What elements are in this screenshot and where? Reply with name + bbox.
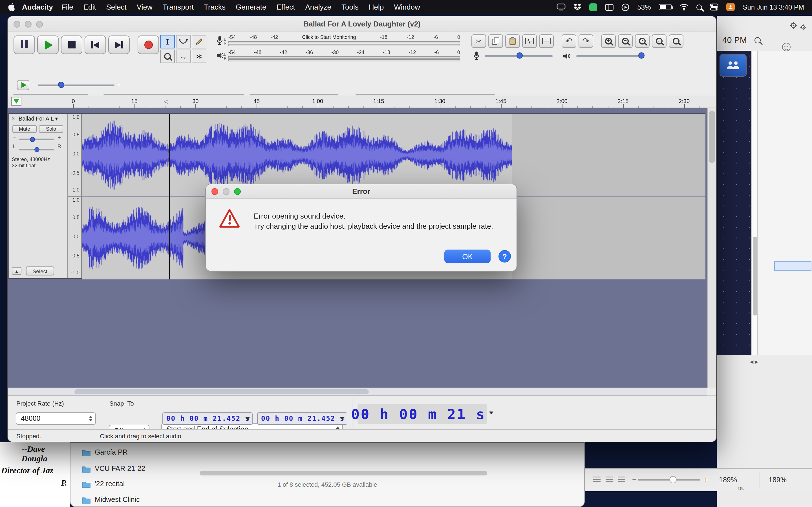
window-layout-icon[interactable]: [605, 4, 613, 10]
menubar-app-name[interactable]: Audacity: [22, 3, 53, 11]
scrollbar-thumb[interactable]: [753, 237, 757, 316]
ok-button[interactable]: OK: [444, 249, 491, 263]
track-close-button[interactable]: ×: [11, 115, 15, 122]
copy-button[interactable]: [488, 34, 503, 48]
menu-item-6[interactable]: Generate: [231, 3, 271, 11]
audio-position-display[interactable]: 00 h 00 m 21 s: [357, 404, 487, 424]
play-speed-knob[interactable]: [58, 82, 64, 88]
menu-item-10[interactable]: Help: [364, 3, 389, 11]
scrollbar[interactable]: [751, 51, 758, 355]
gain-knob[interactable]: [30, 136, 35, 142]
horizontal-scrollbar[interactable]: [8, 388, 707, 395]
gear-icon[interactable]: [790, 21, 797, 32]
playback-volume-slider[interactable]: [576, 55, 644, 57]
pause-button[interactable]: [13, 36, 35, 54]
zoom-slider[interactable]: [638, 480, 700, 481]
search-icon[interactable]: [755, 37, 761, 43]
finder-item-3[interactable]: Midwest Clinic: [82, 493, 140, 506]
selection-start-time[interactable]: 00 h 00 m 21.452 s: [162, 412, 253, 425]
recording-meter[interactable]: LR -54-48-42 Click to Start Monitoring -…: [216, 34, 460, 48]
list-view-icon[interactable]: [593, 476, 601, 483]
finder-scrollbar[interactable]: [200, 471, 487, 475]
zoom-out-minus[interactable]: −: [632, 475, 637, 484]
menu-item-2[interactable]: Select: [101, 3, 132, 11]
trim-audio-button[interactable]: [522, 34, 537, 48]
dropbox-icon[interactable]: [573, 3, 581, 11]
vertical-scrollbar-thumb[interactable]: [709, 111, 715, 163]
horizontal-scrollbar-thumb[interactable]: [74, 389, 369, 394]
slide-thumbnail[interactable]: [720, 55, 746, 76]
playback-volume-knob[interactable]: [638, 52, 645, 59]
title-bar[interactable]: Ballad For A Lovely Daughter (v2): [8, 16, 716, 32]
menu-item-3[interactable]: View: [132, 3, 158, 11]
zoom-button[interactable]: [36, 21, 43, 27]
account-icon[interactable]: [726, 3, 735, 11]
vertical-scrollbar[interactable]: [707, 108, 716, 388]
zoom-slider-knob[interactable]: [669, 476, 677, 483]
play-button[interactable]: [37, 36, 59, 54]
gear-icon[interactable]: [800, 22, 806, 33]
paste-button[interactable]: [505, 34, 520, 48]
scroll-arrows-icon[interactable]: ◀ ▶: [750, 359, 758, 364]
silence-audio-button[interactable]: [539, 34, 554, 48]
project-rate-select[interactable]: 48000: [16, 412, 96, 425]
dropdown-arrow-icon[interactable]: [340, 417, 345, 420]
timeline-ruler[interactable]: 01530451:001:151:301:452:002:152:30 ◁: [8, 95, 716, 108]
pan-knob[interactable]: [35, 147, 40, 152]
apple-icon[interactable]: [8, 3, 15, 11]
menu-item-0[interactable]: File: [56, 3, 79, 11]
recording-volume-knob[interactable]: [516, 52, 523, 59]
mute-button[interactable]: Mute: [12, 125, 37, 133]
vertical-scale-ruler[interactable]: 1.00.50.0-0.5-1.0 1.00.50.0-0.5-1.0: [68, 114, 82, 278]
zoom-selection-button[interactable]: ▪: [635, 34, 650, 48]
menu-item-11[interactable]: Window: [389, 3, 425, 11]
green-app-icon[interactable]: [589, 3, 597, 11]
envelope-tool[interactable]: [176, 35, 191, 48]
battery-icon[interactable]: [659, 4, 672, 10]
playback-meter[interactable]: LR -54-48-42-36-30-24-18-12-60: [216, 49, 460, 63]
gain-slider[interactable]: [19, 138, 54, 140]
menu-item-1[interactable]: Edit: [79, 3, 101, 11]
monitor-hint[interactable]: Click to Start Monitoring: [278, 34, 380, 40]
draw-tool[interactable]: [192, 35, 206, 48]
zoom-out-button[interactable]: −: [618, 34, 633, 48]
redo-button[interactable]: ↷: [578, 34, 593, 48]
menu-item-8[interactable]: Analyze: [300, 3, 337, 11]
undo-button[interactable]: ↶: [562, 34, 576, 48]
record-button[interactable]: [138, 36, 159, 54]
play-circle-icon[interactable]: [621, 3, 629, 11]
control-center-icon[interactable]: [710, 3, 719, 11]
menubar-clock[interactable]: Sun Jun 13 3:40 PM: [743, 3, 804, 11]
help-button[interactable]: ?: [499, 250, 511, 263]
menu-item-5[interactable]: Tracks: [199, 3, 231, 11]
pan-slider[interactable]: [19, 149, 54, 151]
menu-item-9[interactable]: Tools: [336, 3, 364, 11]
skip-to-start-button[interactable]: [85, 36, 106, 54]
gallery-view-icon[interactable]: [618, 476, 625, 483]
collapse-track-button[interactable]: ▲: [12, 267, 21, 275]
selection-tool[interactable]: I: [160, 35, 175, 48]
dialog-zoom-button[interactable]: [234, 188, 241, 195]
stop-button[interactable]: [61, 36, 82, 54]
track-name[interactable]: Ballad For A L ▾: [18, 115, 58, 122]
dropdown-arrow-icon[interactable]: [245, 417, 250, 420]
zoom-tool[interactable]: [160, 50, 175, 63]
selection-end-time[interactable]: 00 h 00 m 21.452 s: [257, 412, 347, 425]
zoom-in-button[interactable]: +: [601, 34, 616, 48]
close-button[interactable]: [13, 21, 20, 27]
skip-to-end-button[interactable]: [108, 36, 130, 54]
track-select-button[interactable]: Select: [26, 267, 54, 276]
minimize-button[interactable]: [25, 21, 32, 27]
time-shift-tool[interactable]: ↔: [176, 50, 191, 63]
play-at-speed-button[interactable]: [17, 80, 29, 90]
emoji-icon[interactable]: [782, 43, 791, 51]
menu-item-4[interactable]: Transport: [158, 3, 199, 11]
dialog-title-bar[interactable]: Error: [206, 184, 516, 199]
zoom-in-plus[interactable]: +: [704, 475, 708, 484]
finder-item-0[interactable]: García PR: [82, 446, 128, 459]
menu-item-7[interactable]: Effect: [271, 3, 300, 11]
zoom-toggle-button[interactable]: [669, 34, 683, 48]
pinned-play-head[interactable]: [11, 97, 21, 106]
solo-button[interactable]: Solo: [39, 125, 63, 133]
dialog-close-button[interactable]: [211, 188, 218, 195]
